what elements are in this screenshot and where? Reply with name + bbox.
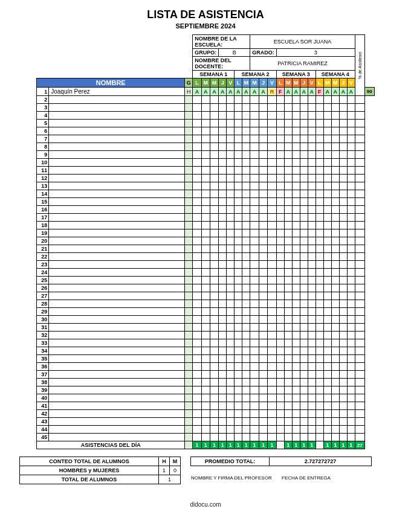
attendance-cell[interactable] bbox=[210, 206, 218, 214]
attendance-cell[interactable] bbox=[201, 104, 210, 112]
attendance-cell[interactable] bbox=[259, 229, 268, 237]
attendance-cell[interactable] bbox=[201, 245, 210, 253]
attendance-cell[interactable] bbox=[308, 308, 316, 316]
attendance-cell[interactable] bbox=[331, 175, 339, 182]
attendance-cell[interactable] bbox=[235, 104, 242, 112]
attendance-cell[interactable] bbox=[210, 127, 218, 135]
attendance-cell[interactable] bbox=[347, 410, 355, 418]
attendance-cell[interactable] bbox=[347, 261, 355, 269]
attendance-cell[interactable] bbox=[210, 308, 218, 316]
attendance-cell[interactable] bbox=[268, 332, 277, 339]
student-gender[interactable]: H bbox=[185, 88, 193, 96]
student-gender[interactable] bbox=[185, 379, 193, 386]
attendance-cell[interactable] bbox=[219, 96, 227, 104]
attendance-cell[interactable] bbox=[235, 363, 242, 371]
attendance-cell[interactable] bbox=[242, 198, 250, 206]
attendance-cell[interactable] bbox=[276, 418, 284, 426]
attendance-cell[interactable] bbox=[219, 151, 227, 159]
attendance-cell[interactable] bbox=[276, 198, 284, 206]
attendance-cell[interactable] bbox=[347, 112, 355, 120]
attendance-cell[interactable] bbox=[331, 379, 339, 386]
attendance-cell[interactable] bbox=[316, 112, 323, 120]
attendance-cell[interactable] bbox=[201, 167, 210, 175]
attendance-cell[interactable] bbox=[339, 206, 347, 214]
attendance-cell[interactable] bbox=[308, 324, 316, 332]
attendance-cell[interactable] bbox=[323, 261, 331, 269]
attendance-cell[interactable] bbox=[284, 135, 292, 143]
attendance-cell[interactable] bbox=[235, 316, 242, 324]
attendance-cell[interactable] bbox=[210, 339, 218, 347]
attendance-cell[interactable] bbox=[227, 379, 235, 386]
attendance-cell[interactable] bbox=[316, 332, 323, 339]
attendance-cell[interactable] bbox=[339, 159, 347, 167]
attendance-cell[interactable] bbox=[235, 371, 242, 379]
attendance-cell[interactable] bbox=[292, 308, 300, 316]
grade-value[interactable]: 3 bbox=[276, 49, 355, 57]
attendance-cell[interactable] bbox=[323, 127, 331, 135]
attendance-cell[interactable] bbox=[219, 363, 227, 371]
attendance-cell[interactable] bbox=[339, 284, 347, 292]
attendance-cell[interactable] bbox=[276, 253, 284, 261]
attendance-cell[interactable] bbox=[268, 135, 277, 143]
attendance-cell[interactable] bbox=[250, 386, 259, 394]
attendance-cell[interactable] bbox=[339, 324, 347, 332]
attendance-cell[interactable] bbox=[193, 198, 201, 206]
attendance-cell[interactable] bbox=[242, 434, 250, 441]
attendance-cell[interactable] bbox=[235, 222, 242, 229]
attendance-cell[interactable] bbox=[268, 151, 277, 159]
attendance-cell[interactable] bbox=[219, 277, 227, 284]
h-count[interactable]: 1 bbox=[159, 466, 170, 475]
m-count[interactable]: 0 bbox=[170, 466, 181, 475]
attendance-cell[interactable] bbox=[292, 410, 300, 418]
attendance-cell[interactable] bbox=[276, 292, 284, 300]
attendance-cell[interactable] bbox=[201, 127, 210, 135]
student-gender[interactable] bbox=[185, 300, 193, 308]
attendance-cell[interactable] bbox=[210, 253, 218, 261]
attendance-cell[interactable] bbox=[235, 245, 242, 253]
attendance-cell[interactable] bbox=[193, 379, 201, 386]
attendance-cell[interactable] bbox=[323, 379, 331, 386]
attendance-cell[interactable] bbox=[347, 355, 355, 363]
attendance-cell[interactable] bbox=[219, 237, 227, 245]
attendance-cell[interactable] bbox=[292, 127, 300, 135]
student-gender[interactable] bbox=[185, 308, 193, 316]
student-name[interactable] bbox=[49, 167, 185, 175]
attendance-cell[interactable] bbox=[242, 96, 250, 104]
attendance-cell[interactable] bbox=[227, 324, 235, 332]
attendance-cell[interactable] bbox=[250, 159, 259, 167]
attendance-cell[interactable] bbox=[268, 277, 277, 284]
attendance-cell[interactable] bbox=[339, 261, 347, 269]
attendance-cell[interactable] bbox=[268, 300, 277, 308]
attendance-cell[interactable] bbox=[300, 112, 308, 120]
attendance-cell[interactable] bbox=[331, 402, 339, 410]
attendance-cell[interactable] bbox=[276, 394, 284, 402]
attendance-cell[interactable] bbox=[250, 261, 259, 269]
attendance-cell[interactable] bbox=[268, 143, 277, 151]
attendance-cell[interactable] bbox=[316, 175, 323, 182]
attendance-cell[interactable] bbox=[323, 402, 331, 410]
attendance-cell[interactable] bbox=[250, 292, 259, 300]
attendance-cell[interactable]: A bbox=[347, 88, 355, 96]
attendance-cell[interactable] bbox=[284, 324, 292, 332]
attendance-cell[interactable] bbox=[308, 214, 316, 222]
attendance-cell[interactable] bbox=[210, 284, 218, 292]
student-gender[interactable] bbox=[185, 127, 193, 135]
attendance-cell[interactable] bbox=[219, 339, 227, 347]
attendance-cell[interactable] bbox=[308, 410, 316, 418]
attendance-cell[interactable] bbox=[219, 426, 227, 434]
attendance-cell[interactable] bbox=[250, 96, 259, 104]
attendance-cell[interactable] bbox=[250, 167, 259, 175]
attendance-cell[interactable] bbox=[235, 237, 242, 245]
attendance-cell[interactable] bbox=[210, 237, 218, 245]
attendance-cell[interactable] bbox=[227, 198, 235, 206]
attendance-cell[interactable] bbox=[219, 394, 227, 402]
attendance-cell[interactable] bbox=[219, 379, 227, 386]
student-gender[interactable] bbox=[185, 245, 193, 253]
attendance-cell[interactable] bbox=[323, 120, 331, 127]
attendance-cell[interactable] bbox=[242, 371, 250, 379]
attendance-cell[interactable] bbox=[347, 104, 355, 112]
attendance-cell[interactable] bbox=[227, 253, 235, 261]
attendance-cell[interactable] bbox=[210, 120, 218, 127]
attendance-cell[interactable] bbox=[219, 167, 227, 175]
attendance-cell[interactable] bbox=[284, 371, 292, 379]
